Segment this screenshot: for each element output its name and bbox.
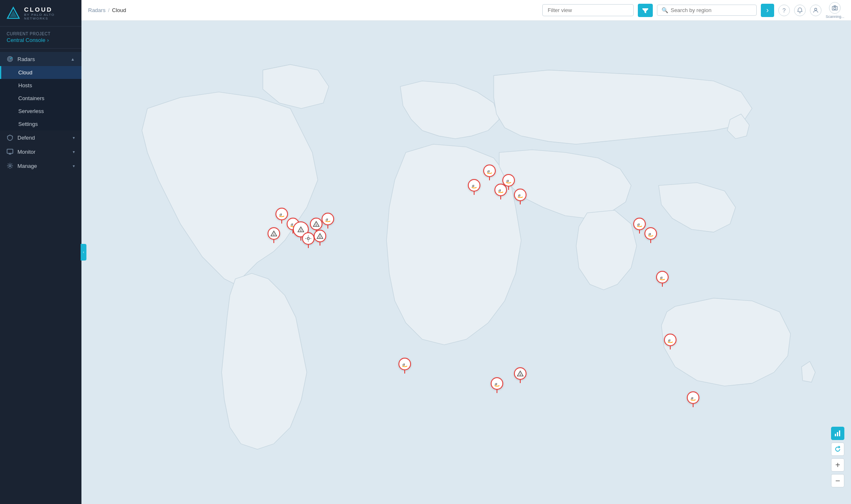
sidebar-toggle[interactable]: ‹ [81,244,86,261]
svg-text:a: a [280,211,282,216]
svg-rect-6 [7,149,13,153]
map-pin[interactable]: a [491,377,503,393]
monitor-label: Monitor [17,149,35,155]
filter-button[interactable] [638,4,653,17]
svg-text:a: a [649,231,651,236]
radars-label: Radars [17,56,35,62]
manage-chevron-icon: ▾ [73,164,75,168]
radars-chevron-icon: ▲ [71,57,75,61]
map-pin[interactable] [302,232,315,248]
svg-text:a: a [326,216,328,221]
map-pin[interactable]: a [687,391,699,407]
top-bar: Radars / Cloud 🔍 › ? [81,0,851,21]
sidebar-item-cloud[interactable]: Cloud [0,66,81,79]
project-label: Current project [7,32,75,36]
sidebar-item-settings[interactable]: Settings [0,118,81,130]
svg-point-10 [814,8,817,10]
zoom-in-button[interactable]: + [831,458,844,472]
svg-point-26 [307,237,310,239]
nav-section: Radars ▲ Cloud Hosts Containers Serverle… [0,49,81,176]
manage-label: Manage [17,163,37,169]
scanning-area: Scanning... [826,2,844,19]
gear-icon [7,162,13,169]
notifications-button[interactable] [794,5,806,16]
project-link[interactable]: Central Console › [7,37,75,43]
breadcrumb-parent: Radars [88,7,106,13]
stats-button[interactable] [831,427,844,440]
radars-subnav: Cloud Hosts Containers Serverless Settin… [0,66,81,130]
search-box: 🔍 [657,5,757,16]
world-map [81,21,851,504]
svg-text:a: a [472,183,475,188]
bell-icon [797,7,803,13]
filter-icon [642,7,649,14]
search-icon: 🔍 [662,7,668,13]
nav-item-defend[interactable]: Defend ▾ [0,130,81,145]
project-arrow-icon: › [47,37,49,43]
sidebar-item-containers[interactable]: Containers [0,92,81,105]
svg-point-12 [834,7,836,9]
refresh-button[interactable] [831,443,844,456]
radar-icon [7,56,13,62]
refresh-icon [834,446,841,452]
scanning-button[interactable] [829,2,841,14]
svg-text:a: a [518,192,521,197]
sidebar-item-serverless[interactable]: Serverless [0,105,81,118]
sidebar-item-hosts[interactable]: Hosts [0,79,81,92]
map-pin[interactable]: a [322,213,334,229]
shield-icon [7,134,13,141]
logo-area: CLOUD BY PALO ALTO NETWORKS [0,0,81,27]
svg-text:a: a [691,395,694,400]
map-pin[interactable]: a [644,227,657,243]
map-pin[interactable] [314,230,326,246]
map-pin[interactable]: a [483,165,496,180]
help-button[interactable]: ? [778,5,790,16]
main-content: Radars / Cloud 🔍 › ? [81,0,851,504]
map-pin[interactable] [514,367,526,383]
defend-chevron-icon: ▾ [73,135,75,140]
zoom-out-button[interactable]: − [831,474,844,487]
logo-sub-text: BY PALO ALTO NETWORKS [24,13,75,20]
svg-point-9 [9,165,11,167]
logo-text: CLOUD BY PALO ALTO NETWORKS [24,6,75,20]
map-pin[interactable]: a [275,208,288,224]
map-pin[interactable]: a [502,174,515,190]
svg-text:a: a [499,187,501,192]
map-pin[interactable]: a [514,189,526,204]
nav-item-monitor[interactable]: Monitor ▾ [0,145,81,159]
project-name-text: Central Console [7,37,45,43]
svg-text:a: a [487,168,490,173]
scanning-label: Scanning... [826,15,844,19]
svg-text:a: a [507,178,509,183]
logo-main-text: CLOUD [24,6,75,13]
zoom-out-icon: − [835,476,840,486]
breadcrumb-separator: / [108,7,110,13]
camera-icon [832,5,838,11]
svg-rect-47 [839,430,840,436]
svg-text:a: a [660,275,663,280]
search-next-button[interactable]: › [761,4,774,17]
user-button[interactable] [810,5,821,16]
breadcrumb: Radars / Cloud [88,7,126,13]
svg-text:a: a [668,337,671,342]
map-pin[interactable] [268,227,280,243]
breadcrumb-current: Cloud [112,7,126,13]
monitor-chevron-icon: ▾ [73,150,75,154]
svg-text:a: a [637,221,640,226]
filter-input[interactable] [542,4,634,16]
defend-label: Defend [17,135,35,141]
map-pin[interactable]: a [633,218,646,234]
project-area: Current project Central Console › [0,27,81,49]
search-region-input[interactable] [671,7,752,13]
map-pin[interactable]: a [468,179,480,195]
map-pin[interactable]: a [398,358,411,374]
nav-item-manage[interactable]: Manage ▾ [0,159,81,173]
map-controls: + − [831,427,844,487]
sidebar: CLOUD BY PALO ALTO NETWORKS Current proj… [0,0,81,504]
user-icon [813,7,819,13]
map-pin[interactable]: a [664,334,676,349]
map-pin[interactable]: a [656,271,669,287]
top-bar-right: 🔍 › ? [542,2,844,19]
nav-item-radars[interactable]: Radars ▲ [0,52,81,66]
chart-icon [834,430,841,437]
